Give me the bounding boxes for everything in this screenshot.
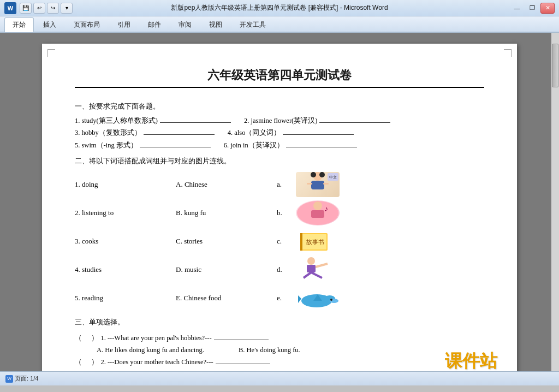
page-corner-tl (47, 49, 55, 57)
svg-text:中文: 中文 (329, 175, 337, 180)
tab-page-layout[interactable]: 页面布局 (66, 17, 108, 32)
page-title: 六年级英语第四单元测试卷 (75, 66, 484, 88)
mc-q1-optA: A. He likes doing kung fu and dancing. (97, 345, 233, 355)
window-controls[interactable]: — ❐ ✕ (510, 3, 555, 14)
match-mid-1: A. Chinese (176, 170, 277, 199)
match-label-b: b. (277, 199, 293, 227)
scrollbar-thumb[interactable] (552, 44, 558, 87)
section2-left: 1. doing 2. listening to 3. cooks 4. stu… (75, 170, 176, 312)
status-bar: W 页面: 1/4 (0, 371, 559, 385)
mc-space-1 (84, 332, 89, 343)
quick-access-toolbar[interactable]: 💾 ↩ ↪ ▾ (20, 3, 73, 14)
title-bar: W 💾 ↩ ↪ ▾ 新版pep人教版六年级英语上册第四单元测试卷 [兼容模式] … (0, 0, 559, 16)
mc-q2-optB: B. No, she isn't. (239, 369, 375, 371)
scrollbar-track (551, 33, 559, 371)
ribbon-tabs[interactable]: 开始 插入 页面布局 引用 邮件 审阅 视图 开发工具 (0, 16, 559, 32)
match-left-4: 4. studies (75, 256, 176, 284)
match-left-1: 1. doing (75, 170, 176, 199)
img-b: ♪ (296, 199, 345, 227)
mc-q2-optA: A. Yes, she does. (97, 369, 233, 371)
page-info: 页面: 1/4 (15, 375, 38, 383)
section3-title: 三、单项选择。 (75, 317, 484, 328)
minimize-button[interactable]: — (510, 3, 524, 14)
document-page: 六年级英语第四单元测试卷 一、按要求完成下面各题。 1. study(第三人称单… (42, 44, 517, 371)
mc-q2-options: A. Yes, she does. B. No, she isn't. (97, 369, 484, 371)
mc-paren-1b: ） (91, 332, 98, 343)
tab-references[interactable]: 引用 (109, 17, 139, 32)
match-label-a: a. (277, 170, 293, 199)
match-label-e: e. (277, 284, 293, 312)
section2-title: 二、将以下词语搭配成词组并与对应的图片连线。 (75, 156, 484, 167)
customize-button[interactable]: ▾ (61, 3, 73, 14)
section3-content: （ ） 1. ---What are your pen pal's hobbie… (75, 332, 484, 371)
mc-paren-2: （ (75, 357, 82, 367)
s1-item1: 1. study(第三人称单数形式) (75, 115, 233, 127)
match-left-3: 3. cooks (75, 227, 176, 256)
mc-q1-options: A. He likes doing kung fu and dancing. B… (97, 345, 484, 355)
svg-point-9 (313, 201, 322, 210)
match-mid-2: B. kung fu (176, 199, 277, 227)
undo-button[interactable]: ↩ (33, 3, 45, 14)
redo-button[interactable]: ↪ (47, 3, 59, 14)
tab-view[interactable]: 视图 (201, 17, 230, 32)
section2-content: 1. doing 2. listening to 3. cooks 4. stu… (75, 170, 484, 312)
mc-q2-blank (216, 364, 270, 364)
app-icon: W (4, 2, 16, 14)
save-button[interactable]: 💾 (20, 3, 32, 14)
document-area: 六年级英语第四单元测试卷 一、按要求完成下面各题。 1. study(第三人称单… (0, 33, 559, 371)
img-e (296, 284, 345, 312)
tab-mailing[interactable]: 邮件 (140, 17, 169, 32)
svg-point-4 (311, 172, 316, 177)
window-title: 新版pep人教版六年级英语上册第四单元测试卷 [兼容模式] - Microsof… (0, 3, 559, 13)
page-icon: W (5, 375, 13, 383)
tab-developer[interactable]: 开发工具 (231, 17, 274, 32)
close-button[interactable]: ✕ (540, 3, 555, 14)
s1-item5: 5. swim（-ing 形式） (75, 139, 213, 152)
mc-q1-blank (214, 340, 269, 340)
img-a: 中文 (296, 170, 345, 199)
svg-text:♪: ♪ (324, 205, 328, 213)
mc-space-2 (84, 357, 89, 367)
svg-rect-2 (307, 183, 312, 185)
mc-q1-optB: B. He's doing kung fu. (239, 345, 375, 355)
s1-answer6 (286, 147, 357, 147)
tab-insert[interactable]: 插入 (35, 17, 64, 32)
svg-rect-1 (311, 181, 324, 189)
match-label-c: c. (277, 227, 293, 256)
section2-right: a. b. c. d. e. (277, 170, 386, 312)
section1-title: 一、按要求完成下面各题。 (75, 101, 484, 112)
svg-point-16 (307, 257, 315, 265)
img-c: 故事书 (296, 227, 345, 256)
svg-line-19 (311, 272, 322, 278)
section1-content: 1. study(第三人称单数形式) 2. jasmine flower(英译汉… (75, 115, 484, 152)
page-status: W 页面: 1/4 (5, 375, 38, 383)
match-mid-4: D. music (176, 256, 277, 284)
page-corner-tr (504, 49, 512, 57)
mc-q2-num: 2. ---Does your mother teach Chinese?--- (100, 357, 213, 367)
ribbon: 开始 插入 页面布局 引用 邮件 审阅 视图 开发工具 (0, 16, 559, 33)
s1-answer5 (140, 147, 211, 147)
match-label-d: d. (277, 256, 293, 284)
s1-item6: 6. join in（英译汉） (224, 139, 359, 152)
match-mid-3: C. stories (176, 227, 277, 256)
mc-item-2: （ ） 2. ---Does your mother teach Chinese… (75, 357, 484, 371)
svg-point-24 (330, 299, 332, 301)
svg-line-18 (316, 264, 328, 267)
svg-rect-15 (300, 233, 302, 251)
mc-q1-num: 1. ---What are your pen pal's hobbies?--… (100, 332, 211, 343)
match-mid-5: E. Chinese food (176, 284, 277, 312)
tab-review[interactable]: 审阅 (170, 17, 200, 32)
s1-item3: 3. hobby（复数形式） (75, 127, 217, 139)
watermark-main: 课件站 (436, 351, 506, 371)
mc-item-1: （ ） 1. ---What are your pen pal's hobbie… (75, 332, 484, 355)
s1-answer3 (144, 134, 215, 135)
svg-rect-10 (311, 210, 324, 218)
s1-answer1 (160, 122, 231, 123)
mc-paren-1: （ (75, 332, 82, 343)
s1-item2: 2. jasmine flower(英译汉) (244, 115, 393, 127)
mc-paren-2b: ） (91, 357, 98, 367)
match-left-5: 5. reading (75, 284, 176, 312)
img-d (296, 256, 345, 284)
restore-button[interactable]: ❐ (525, 3, 539, 14)
tab-home[interactable]: 开始 (4, 17, 34, 32)
